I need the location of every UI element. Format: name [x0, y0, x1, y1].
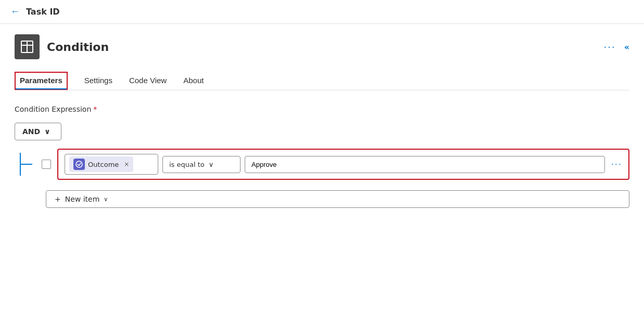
- required-indicator: *: [93, 105, 97, 113]
- more-options-button[interactable]: ···: [603, 42, 615, 52]
- component-actions: ··· «: [603, 42, 629, 52]
- row-checkbox[interactable]: [42, 160, 51, 169]
- tab-about[interactable]: About: [183, 72, 204, 90]
- token-close-button[interactable]: ×: [124, 161, 129, 168]
- page-title: Task ID: [26, 7, 60, 17]
- operator-dropdown[interactable]: is equal to ∨: [162, 156, 241, 173]
- new-item-label: New item: [65, 195, 100, 203]
- main-content: Condition ··· « Parameters Settings Code…: [0, 24, 644, 218]
- condition-row: Outcome × is equal to ∨ ···: [57, 149, 629, 180]
- outcome-token: Outcome ×: [69, 156, 133, 172]
- component-left: Condition: [15, 34, 109, 59]
- top-header: ← Task ID: [0, 0, 644, 24]
- back-button[interactable]: ←: [10, 6, 20, 17]
- new-item-button[interactable]: + New item ∨: [46, 190, 629, 208]
- svg-point-3: [76, 161, 82, 167]
- component-title: Condition: [47, 41, 109, 54]
- token-icon: [73, 159, 85, 170]
- tab-settings[interactable]: Settings: [84, 72, 112, 90]
- tabs-bar: Parameters Settings Code View About: [15, 72, 629, 90]
- component-header: Condition ··· «: [15, 34, 629, 59]
- operator-chevron: ∨: [209, 161, 214, 168]
- token-label: Outcome: [88, 161, 119, 168]
- condition-icon: [15, 34, 40, 59]
- collapse-button[interactable]: «: [624, 42, 629, 52]
- condition-expression-area: AND ∨: [15, 123, 629, 208]
- section-label: Condition Expression *: [15, 105, 629, 113]
- and-label: AND: [22, 127, 40, 136]
- row-more-options[interactable]: ···: [611, 160, 622, 169]
- and-operator-dropdown[interactable]: AND ∨: [15, 123, 61, 140]
- new-item-chevron: ∨: [104, 196, 108, 203]
- plus-icon: +: [55, 195, 61, 203]
- operator-label: is equal to: [169, 161, 205, 168]
- tab-parameters[interactable]: Parameters: [15, 72, 68, 90]
- token-field[interactable]: Outcome ×: [65, 154, 158, 175]
- value-input[interactable]: [245, 156, 605, 173]
- and-chevron: ∨: [44, 127, 50, 136]
- tab-codeview[interactable]: Code View: [129, 72, 167, 90]
- section-label-text: Condition Expression: [15, 105, 91, 113]
